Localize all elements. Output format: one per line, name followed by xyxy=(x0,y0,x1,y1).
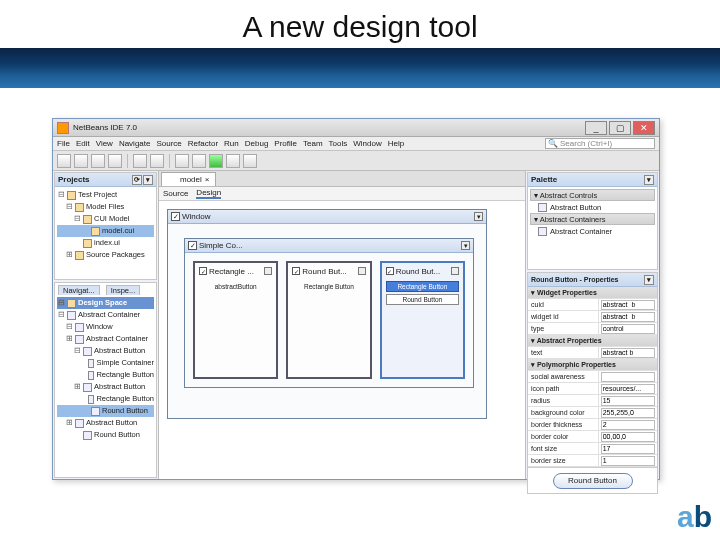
undo-button[interactable] xyxy=(133,154,147,168)
minimize-button[interactable]: _ xyxy=(585,121,607,135)
tab-navigator[interactable]: Navigat... xyxy=(58,285,100,295)
navigator-node[interactable]: Rectangle Button xyxy=(57,393,154,405)
property-value-input[interactable] xyxy=(601,300,655,310)
navigator-node[interactable]: ⊟Window xyxy=(57,321,154,333)
canvas-widget[interactable]: Round Button xyxy=(386,294,459,305)
navigator-node[interactable]: Round Button xyxy=(57,405,154,417)
projects-tree[interactable]: ⊟Test Project⊟Model Files⊟CUI Modelmodel… xyxy=(55,187,156,279)
palette-category[interactable]: ▾ Abstract Controls xyxy=(530,189,655,201)
menu-refactor[interactable]: Refactor xyxy=(188,139,218,148)
property-section[interactable]: ▾ Abstract Properties xyxy=(528,335,657,347)
navigator-node[interactable]: Round Button xyxy=(57,429,154,441)
menu-run[interactable]: Run xyxy=(224,139,239,148)
menu-window[interactable]: Window xyxy=(353,139,381,148)
property-value-input[interactable] xyxy=(601,396,655,406)
tree-node[interactable]: ⊟Test Project xyxy=(57,189,154,201)
subtab-design[interactable]: Design xyxy=(196,188,221,199)
canvas-inner-window[interactable]: ✓ Simple Co... ▾ ✓Rectangle ...abstractB… xyxy=(184,238,474,388)
maximize-button[interactable]: ▢ xyxy=(609,121,631,135)
navigator-tabs: Navigat... Inspe... xyxy=(55,283,156,295)
canvas-inner-check[interactable]: ✓ xyxy=(188,241,197,250)
navigator-tree[interactable]: ⊟ Design Space ⊟Abstract Container⊟Windo… xyxy=(55,295,156,477)
run-button[interactable] xyxy=(209,154,223,168)
ide-window: NetBeans IDE 7.0 _ ▢ ✕ File Edit View Na… xyxy=(52,118,660,480)
profile-button[interactable] xyxy=(243,154,257,168)
palette-menu-button[interactable]: ▾ xyxy=(644,175,654,185)
property-row: cuid xyxy=(528,299,657,311)
menu-tools[interactable]: Tools xyxy=(329,139,348,148)
tree-node[interactable]: index.ui xyxy=(57,237,154,249)
navigator-node[interactable]: ⊟Abstract Container xyxy=(57,309,154,321)
menu-help[interactable]: Help xyxy=(388,139,404,148)
canvas-outer-check[interactable]: ✓ xyxy=(171,212,180,221)
property-section[interactable]: ▾ Widget Properties xyxy=(528,287,657,299)
palette-item[interactable]: Abstract Container xyxy=(530,226,655,237)
menu-navigate[interactable]: Navigate xyxy=(119,139,151,148)
palette-category[interactable]: ▾ Abstract Containers xyxy=(530,213,655,225)
navigator-node[interactable]: ⊞Abstract Button xyxy=(57,381,154,393)
property-value-input[interactable] xyxy=(601,372,655,382)
property-value-input[interactable] xyxy=(601,348,655,358)
menu-profile[interactable]: Profile xyxy=(274,139,297,148)
tree-node[interactable]: model.cui xyxy=(57,225,154,237)
navigator-node[interactable]: ⊞Abstract Button xyxy=(57,417,154,429)
close-button[interactable]: ✕ xyxy=(633,121,655,135)
menu-source[interactable]: Source xyxy=(156,139,181,148)
tree-node[interactable]: ⊟CUI Model xyxy=(57,213,154,225)
preview-round-button: Round Button xyxy=(553,473,633,489)
design-canvas[interactable]: ✓ Window ▾ ✓ Simple Co... ▾ ✓Rectangle .… xyxy=(159,201,525,479)
editor-subtabs: Source Design xyxy=(159,187,525,201)
new-project-button[interactable] xyxy=(74,154,88,168)
projects-refresh-button[interactable]: ⟳ xyxy=(132,175,142,185)
debug-button[interactable] xyxy=(226,154,240,168)
editor-tab-close-icon[interactable]: × xyxy=(205,175,210,184)
properties-title: Round Button - Properties xyxy=(531,276,619,283)
property-value-input[interactable] xyxy=(601,324,655,334)
editor-tab-model[interactable]: model × xyxy=(161,172,216,186)
clean-button[interactable] xyxy=(192,154,206,168)
menu-file[interactable]: File xyxy=(57,139,70,148)
canvas-container[interactable]: ✓Round But...Rectangle Button xyxy=(286,261,371,379)
canvas-container[interactable]: ✓Round But...Rectangle ButtonRound Butto… xyxy=(380,261,465,379)
save-button[interactable] xyxy=(108,154,122,168)
editor-tab-label: model xyxy=(180,175,202,184)
build-button[interactable] xyxy=(175,154,189,168)
canvas-widget[interactable]: Rectangle Button xyxy=(386,281,459,292)
navigator-node[interactable]: Simple Container xyxy=(57,357,154,369)
property-value-input[interactable] xyxy=(601,420,655,430)
palette-item[interactable]: Abstract Button xyxy=(530,202,655,213)
tree-node[interactable]: ⊞Source Packages xyxy=(57,249,154,261)
redo-button[interactable] xyxy=(150,154,164,168)
search-input[interactable]: 🔍 Search (Ctrl+I) xyxy=(545,138,655,149)
canvas-inner-dropdown[interactable]: ▾ xyxy=(461,241,470,250)
property-value-input[interactable] xyxy=(601,456,655,466)
canvas-outer-dropdown[interactable]: ▾ xyxy=(474,212,483,221)
menu-debug[interactable]: Debug xyxy=(245,139,269,148)
projects-title: Projects xyxy=(58,175,90,184)
tab-inspector[interactable]: Inspe... xyxy=(106,285,141,295)
open-button[interactable] xyxy=(91,154,105,168)
property-row: border size xyxy=(528,455,657,467)
property-preview: Round Button xyxy=(528,467,657,493)
properties-menu-button[interactable]: ▾ xyxy=(644,275,654,285)
navigator-node[interactable]: Rectangle Button xyxy=(57,369,154,381)
projects-menu-button[interactable]: ▾ xyxy=(143,175,153,185)
menu-view[interactable]: View xyxy=(96,139,113,148)
menu-edit[interactable]: Edit xyxy=(76,139,90,148)
property-value-input[interactable] xyxy=(601,444,655,454)
navigator-node[interactable]: ⊟Abstract Button xyxy=(57,345,154,357)
property-value-input[interactable] xyxy=(601,312,655,322)
canvas-widget[interactable]: abstractButton xyxy=(199,281,272,292)
property-section[interactable]: ▾ Polymorphic Properties xyxy=(528,359,657,371)
tree-node[interactable]: ⊟Model Files xyxy=(57,201,154,213)
canvas-container[interactable]: ✓Rectangle ...abstractButton xyxy=(193,261,278,379)
menu-team[interactable]: Team xyxy=(303,139,323,148)
canvas-widget[interactable]: Rectangle Button xyxy=(292,281,365,292)
navigator-node[interactable]: ⊞Abstract Container xyxy=(57,333,154,345)
new-file-button[interactable] xyxy=(57,154,71,168)
canvas-outer-window[interactable]: ✓ Window ▾ ✓ Simple Co... ▾ ✓Rectangle .… xyxy=(167,209,487,419)
property-value-input[interactable] xyxy=(601,408,655,418)
subtab-source[interactable]: Source xyxy=(163,189,188,198)
property-value-input[interactable] xyxy=(601,384,655,394)
property-value-input[interactable] xyxy=(601,432,655,442)
